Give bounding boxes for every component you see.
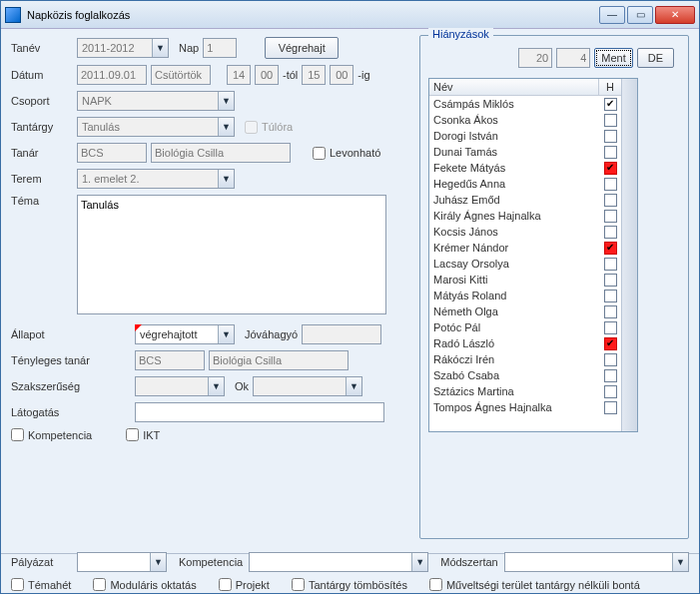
allapot-select[interactable]: végrehajtott ▼ (135, 324, 235, 344)
h-cell[interactable] (599, 383, 621, 399)
close-button[interactable]: ✕ (655, 6, 695, 24)
h-checkbox[interactable] (604, 290, 617, 302)
table-row[interactable]: Szabó Csaba (429, 367, 621, 383)
table-row[interactable]: Kocsis János (429, 224, 621, 240)
table-row[interactable]: Mátyás Roland (429, 288, 621, 303)
ment-button[interactable]: Ment (594, 48, 632, 68)
h-cell[interactable] (599, 319, 621, 335)
titlebar[interactable]: Napközis foglalkozás — ▭ ✕ (1, 1, 699, 29)
h-cell[interactable]: ✔ (599, 160, 621, 176)
h-cell[interactable] (599, 303, 621, 319)
tanar-name-input[interactable] (151, 143, 291, 163)
palyazat-select[interactable]: ▼ (77, 552, 167, 572)
table-row[interactable]: Németh Olga (429, 303, 621, 319)
col-nev-header[interactable]: Név (429, 79, 599, 95)
table-row[interactable]: Krémer Nándor✔ (429, 240, 621, 256)
projekt-checkbox[interactable]: Projekt (219, 578, 270, 591)
h-checkbox[interactable] (604, 369, 617, 382)
h-cell[interactable] (599, 224, 621, 240)
minimize-button[interactable]: — (599, 6, 625, 24)
ora-from[interactable] (227, 65, 251, 85)
table-scrollbar[interactable] (621, 79, 637, 431)
h-checkbox[interactable] (604, 321, 617, 334)
tombosites-checkbox[interactable]: Tantárgy tömbösítés (292, 578, 407, 591)
table-row[interactable]: Rákóczi Irén (429, 351, 621, 367)
h-checkbox[interactable] (604, 146, 617, 159)
h-cell[interactable] (599, 399, 621, 415)
h-cell[interactable] (599, 256, 621, 272)
ora-to[interactable] (302, 65, 326, 85)
col-h-header[interactable]: H (599, 79, 621, 95)
table-row[interactable]: Sztázics Martina (429, 383, 621, 399)
h-cell[interactable] (599, 192, 621, 208)
kompetencia-checkbox[interactable]: Kompetencia (11, 428, 92, 441)
table-row[interactable]: Fekete Mátyás✔ (429, 160, 621, 176)
h-checkbox[interactable] (604, 274, 617, 287)
latogatas-input[interactable] (135, 402, 384, 422)
table-row[interactable]: Tompos Ágnes Hajnalka (429, 399, 621, 415)
table-row[interactable]: Marosi Kitti (429, 272, 621, 288)
h-checkbox[interactable] (604, 353, 617, 366)
h-cell[interactable] (599, 112, 621, 128)
h-cell[interactable]: ✔ (599, 240, 621, 256)
de-button[interactable]: DE (637, 48, 674, 68)
table-row[interactable]: Hegedűs Anna (429, 176, 621, 192)
szakszeruseg-select[interactable]: ▼ (135, 376, 225, 396)
h-cell[interactable] (599, 351, 621, 367)
h-cell[interactable] (599, 128, 621, 144)
h-checkbox[interactable]: ✔ (604, 337, 617, 350)
table-row[interactable]: Radó László✔ (429, 335, 621, 351)
table-row[interactable]: Csonka Ákos (429, 112, 621, 128)
h-checkbox[interactable] (604, 258, 617, 271)
h-checkbox[interactable]: ✔ (604, 242, 617, 255)
vegrehajt-button[interactable]: Végrehajt (265, 37, 339, 59)
table-row[interactable]: Potóc Pál (429, 319, 621, 335)
h-cell[interactable] (599, 272, 621, 288)
modularis-checkbox[interactable]: Moduláris oktatás (93, 578, 196, 591)
table-row[interactable]: Lacsay Orsolya (429, 256, 621, 272)
table-row[interactable]: Csámpás Miklós✔ (429, 96, 621, 112)
maximize-button[interactable]: ▭ (627, 6, 653, 24)
h-checkbox[interactable] (604, 305, 617, 318)
h-checkbox[interactable] (604, 401, 617, 414)
temahet-checkbox[interactable]: Témahét (11, 578, 71, 591)
h-checkbox[interactable] (604, 194, 617, 207)
kompetencia-select[interactable]: ▼ (249, 552, 428, 572)
datum-day-input[interactable] (151, 65, 211, 85)
levonhato-checkbox[interactable]: Levonható (313, 147, 380, 160)
h-checkbox[interactable] (604, 114, 617, 127)
perc-from[interactable] (255, 65, 279, 85)
jovahagyo-input[interactable] (302, 324, 381, 344)
h-cell[interactable] (599, 208, 621, 224)
tenyleges-name-input[interactable] (209, 350, 349, 370)
h-checkbox[interactable] (604, 178, 617, 191)
tenyleges-code-input[interactable] (135, 350, 205, 370)
h-cell[interactable] (599, 367, 621, 383)
tantargy-select[interactable]: Tanulás ▼ (77, 117, 235, 137)
h-cell[interactable] (599, 144, 621, 160)
h-cell[interactable]: ✔ (599, 96, 621, 112)
h-checkbox[interactable] (604, 210, 617, 223)
csoport-select[interactable]: NAPK ▼ (77, 91, 235, 111)
tanar-code-input[interactable] (77, 143, 147, 163)
h-checkbox[interactable] (604, 226, 617, 239)
h-checkbox[interactable] (604, 385, 617, 398)
datum-input[interactable] (77, 65, 147, 85)
tema-textarea[interactable]: Tanulás (77, 195, 386, 314)
nap-input[interactable] (203, 38, 237, 58)
h-cell[interactable] (599, 176, 621, 192)
terem-select[interactable]: 1. emelet 2. ▼ (77, 169, 235, 189)
table-row[interactable]: Dunai Tamás (429, 144, 621, 160)
modszertan-select[interactable]: ▼ (504, 552, 689, 572)
tulora-checkbox[interactable]: Túlóra (245, 121, 293, 134)
table-row[interactable]: Juhász Emőd (429, 192, 621, 208)
ok-select[interactable]: ▼ (253, 376, 362, 396)
ikt-checkbox[interactable]: IKT (126, 428, 160, 441)
h-cell[interactable]: ✔ (599, 335, 621, 351)
perc-to[interactable] (330, 65, 353, 85)
muveltsegi-checkbox[interactable]: Műveltségi terület tantárgy nélküli bont… (429, 578, 640, 591)
h-checkbox[interactable] (604, 130, 617, 143)
h-checkbox[interactable]: ✔ (604, 162, 617, 175)
tanev-select[interactable]: 2011-2012 ▼ (77, 38, 169, 58)
table-row[interactable]: Király Ágnes Hajnalka (429, 208, 621, 224)
